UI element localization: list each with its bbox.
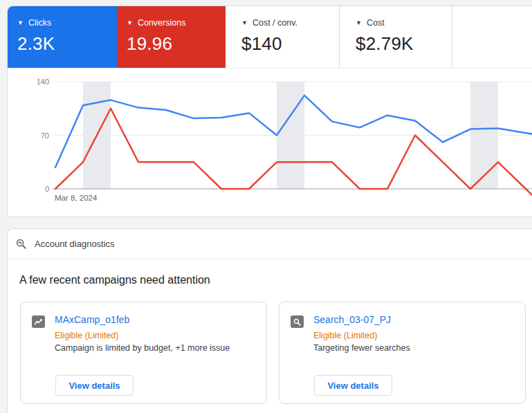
chevron-down-icon[interactable]: ▼ (17, 20, 24, 26)
metric-label: Conversions (138, 18, 185, 28)
campaign-card-maxcamp: MAxCamp_o1feb Eligible (Limited) Campaig… (20, 302, 267, 404)
attention-heading: A few recent campaigns need attention (19, 274, 532, 286)
metric-chip-cost[interactable]: ▼ Cost $2.79K (339, 6, 452, 68)
svg-text:0: 0 (45, 185, 49, 193)
svg-text:140: 140 (37, 77, 49, 86)
campaign-issue-description: Campaign is limited by budget, +1 more i… (55, 343, 230, 353)
chevron-down-icon[interactable]: ▼ (356, 20, 362, 26)
metric-chip-conversions[interactable]: ▼ Conversions 19.96 (117, 6, 226, 68)
metric-chip-clicks[interactable]: ▼ Clicks 2.3K (8, 6, 117, 68)
metric-chip-clicks-label: ▼ Clicks (17, 18, 117, 28)
metric-chip-clicks-value: 2.3K (17, 33, 117, 55)
campaign-link[interactable]: MAxCamp_o1feb (55, 314, 129, 325)
overview-chart-card: ▼ Clicks 2.3K ▼ Conversions 19.96 ▼ Cost… (7, 6, 532, 217)
campaign-status-badge: Eligible (Limited) (55, 331, 118, 340)
x-axis-start-date: Mar 8, 2024 (55, 194, 97, 202)
chevron-down-icon[interactable]: ▼ (241, 20, 248, 26)
metric-chip-conversions-value: 19.96 (127, 33, 226, 55)
metric-chips-row: ▼ Clicks 2.3K ▼ Conversions 19.96 ▼ Cost… (8, 6, 532, 68)
account-diagnostics-header[interactable]: Account diagnostics (8, 229, 532, 259)
metric-label: Cost (367, 18, 385, 28)
svg-text:70: 70 (41, 131, 49, 140)
metric-label: Clicks (28, 18, 51, 28)
chevron-down-icon[interactable]: ▼ (127, 20, 133, 26)
campaign-status-badge: Eligible (Limited) (313, 331, 377, 340)
account-diagnostics-card: Account diagnostics A few recent campaig… (7, 228, 532, 413)
campaign-card-search: Search_03-07_PJ Eligible (Limited) Targe… (279, 302, 526, 404)
metric-chip-conversions-label: ▼ Conversions (127, 18, 226, 28)
view-details-button[interactable]: View details (55, 375, 134, 396)
metric-chip-cost-label: ▼ Cost (356, 18, 452, 28)
account-diagnostics-title: Account diagnostics (35, 239, 115, 249)
metric-chip-cost-conv-value: $140 (241, 33, 339, 55)
metric-chip-empty-slot[interactable] (452, 6, 532, 68)
metric-chip-cost-conv[interactable]: ▼ Cost / conv. $140 (226, 6, 339, 68)
metric-chip-cost-conv-label: ▼ Cost / conv. (241, 18, 339, 28)
view-details-button[interactable]: View details (314, 375, 392, 396)
time-series-chart: 070140 Mar 8, 2024 (8, 68, 532, 218)
performance-max-icon (32, 315, 45, 328)
campaign-cards-row: MAxCamp_o1feb Eligible (Limited) Campaig… (20, 302, 526, 404)
metric-label: Cost / conv. (253, 18, 297, 28)
campaign-link[interactable]: Search_03-07_PJ (313, 314, 391, 325)
search-campaign-icon (291, 315, 304, 328)
campaign-issue-description: Targeting fewer searches (313, 343, 410, 353)
diagnostics-magnifier-icon (15, 238, 27, 250)
metric-chip-cost-value: $2.79K (356, 33, 452, 55)
